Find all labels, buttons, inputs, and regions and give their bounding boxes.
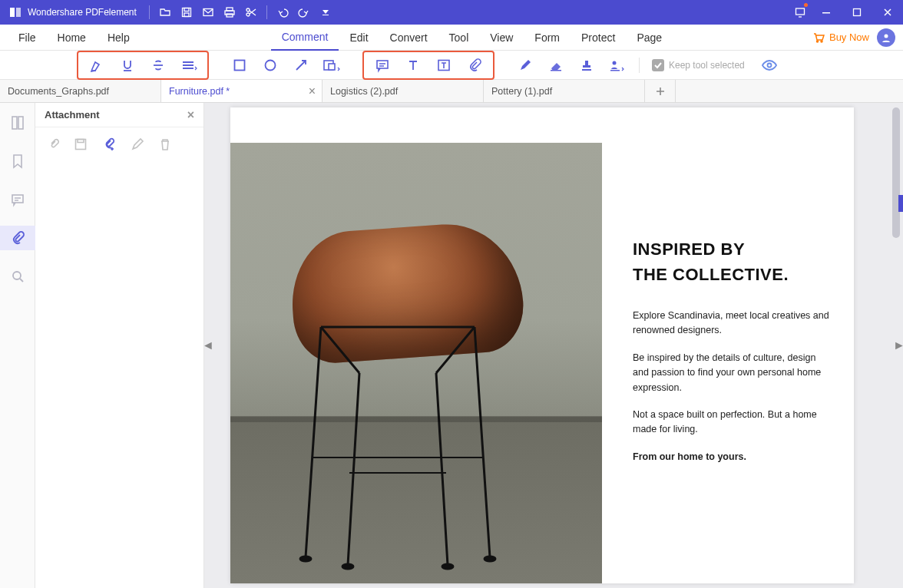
highlight-tool[interactable] bbox=[81, 54, 112, 77]
menu-tool[interactable]: Tool bbox=[438, 25, 480, 51]
comments-panel-icon[interactable] bbox=[0, 187, 35, 212]
svg-rect-34 bbox=[78, 140, 84, 143]
draw-group bbox=[510, 54, 633, 77]
scrollbar-thumb[interactable] bbox=[892, 107, 900, 238]
collapse-left-handle[interactable]: ◄ bbox=[204, 332, 212, 359]
squiggly-tool[interactable] bbox=[174, 54, 204, 77]
notifications-icon[interactable] bbox=[789, 0, 811, 25]
menu-file[interactable]: File bbox=[8, 25, 47, 51]
svg-rect-4 bbox=[184, 13, 189, 17]
toolbar-separator bbox=[639, 58, 640, 73]
titlebar-separator bbox=[149, 5, 150, 19]
document-tab[interactable]: Furniture.pdf *× bbox=[161, 80, 322, 102]
menu-comment[interactable]: Comment bbox=[271, 25, 339, 51]
panel-add-attachment-icon[interactable] bbox=[101, 137, 117, 152]
user-avatar[interactable] bbox=[877, 28, 895, 47]
print-icon[interactable] bbox=[219, 0, 240, 25]
svg-rect-29 bbox=[12, 117, 17, 129]
sticky-note-tool[interactable] bbox=[367, 54, 398, 77]
svg-point-35 bbox=[300, 557, 311, 561]
document-tab[interactable]: Documents_Graphs.pdf bbox=[0, 80, 161, 102]
eraser-tool[interactable] bbox=[541, 54, 571, 77]
mail-icon[interactable] bbox=[197, 0, 219, 25]
text-markup-group bbox=[77, 51, 209, 80]
cart-icon bbox=[812, 31, 825, 44]
signature-tool[interactable] bbox=[602, 54, 633, 77]
panel-edit-icon[interactable] bbox=[131, 137, 144, 151]
left-nav-rail bbox=[0, 103, 35, 588]
bookmark-icon[interactable] bbox=[0, 149, 35, 173]
collapse-right-handle[interactable]: ► bbox=[895, 332, 903, 359]
checkbox-icon bbox=[652, 59, 664, 71]
svg-rect-3 bbox=[184, 8, 189, 12]
svg-rect-12 bbox=[796, 8, 805, 15]
document-viewport[interactable]: ◄ ► INSPIRED BYTHE CO bbox=[204, 103, 903, 588]
svg-point-28 bbox=[767, 63, 771, 67]
document-tab[interactable]: Logistics (2).pdf bbox=[322, 80, 484, 102]
page-text-block: INSPIRED BYTHE COLLECTIVE. Explore Scand… bbox=[633, 236, 832, 477]
svg-rect-18 bbox=[235, 60, 245, 70]
panel-delete-icon[interactable] bbox=[158, 137, 172, 151]
svg-rect-30 bbox=[18, 117, 23, 129]
save-icon[interactable] bbox=[176, 0, 197, 25]
rectangle-tool[interactable] bbox=[224, 54, 255, 77]
typewriter-tool[interactable] bbox=[398, 54, 428, 77]
svg-point-16 bbox=[821, 41, 822, 42]
svg-point-10 bbox=[246, 13, 250, 16]
shape-group bbox=[224, 54, 347, 77]
svg-point-37 bbox=[442, 564, 453, 569]
svg-rect-11 bbox=[322, 15, 329, 15]
scissors-icon[interactable] bbox=[240, 0, 262, 25]
document-tab[interactable]: Pottery (1).pdf bbox=[484, 80, 645, 102]
tab-label: Furniture.pdf * bbox=[169, 86, 230, 97]
more-shapes-tool[interactable] bbox=[316, 54, 347, 77]
arrow-tool[interactable] bbox=[286, 54, 316, 77]
strikethrough-tool[interactable] bbox=[143, 54, 174, 77]
textbox-tool[interactable] bbox=[428, 54, 459, 77]
thumbnails-icon[interactable] bbox=[0, 111, 35, 135]
dropdown-icon[interactable] bbox=[315, 0, 336, 25]
svg-point-15 bbox=[816, 41, 818, 42]
window-maximize-button[interactable] bbox=[842, 0, 872, 25]
pencil-tool[interactable] bbox=[510, 54, 541, 77]
keep-tool-selected-toggle[interactable]: Keep tool selected bbox=[652, 59, 745, 71]
menu-view[interactable]: View bbox=[479, 25, 524, 51]
page-photo bbox=[230, 143, 602, 583]
menu-protect[interactable]: Protect bbox=[571, 25, 626, 51]
search-icon[interactable] bbox=[0, 264, 35, 289]
svg-rect-21 bbox=[329, 64, 335, 70]
menu-convert[interactable]: Convert bbox=[379, 25, 438, 51]
svg-rect-14 bbox=[854, 9, 861, 16]
menu-form[interactable]: Form bbox=[524, 25, 571, 51]
sidepanel-close-icon[interactable]: × bbox=[187, 108, 194, 122]
buy-now-link[interactable]: Buy Now bbox=[812, 31, 869, 44]
window-minimize-button[interactable] bbox=[811, 0, 842, 25]
comment-toolbar: Keep tool selected bbox=[0, 51, 903, 80]
panel-save-icon[interactable] bbox=[74, 137, 88, 151]
attachments-panel-icon[interactable] bbox=[0, 226, 35, 250]
menu-help[interactable]: Help bbox=[97, 25, 141, 51]
app-title: Wondershare PDFelement bbox=[28, 7, 137, 18]
stamp-tool[interactable] bbox=[571, 54, 602, 77]
menu-home[interactable]: Home bbox=[47, 25, 97, 51]
tab-close-icon[interactable]: × bbox=[309, 85, 316, 97]
undo-icon[interactable] bbox=[272, 0, 293, 25]
attachment-side-panel: Attachment × bbox=[35, 103, 204, 588]
sidepanel-title: Attachment bbox=[45, 109, 100, 121]
app-logo-icon bbox=[8, 5, 23, 20]
menu-page[interactable]: Page bbox=[626, 25, 673, 51]
panel-open-icon[interactable] bbox=[46, 137, 60, 151]
menu-edit[interactable]: Edit bbox=[339, 25, 379, 51]
attachment-tool[interactable] bbox=[459, 54, 490, 77]
page-paragraph: Not a space built on perfection. But a h… bbox=[633, 408, 832, 438]
add-tab-button[interactable] bbox=[645, 80, 676, 102]
hide-comments-tool[interactable] bbox=[754, 54, 785, 77]
scroll-position-marker bbox=[898, 195, 903, 212]
redo-icon[interactable] bbox=[293, 0, 315, 25]
window-close-button[interactable] bbox=[872, 0, 903, 25]
page-paragraph: From our home to yours. bbox=[633, 450, 832, 464]
underline-tool[interactable] bbox=[112, 54, 143, 77]
titlebar-separator bbox=[266, 5, 267, 19]
open-icon[interactable] bbox=[154, 0, 176, 25]
oval-tool[interactable] bbox=[255, 54, 286, 77]
